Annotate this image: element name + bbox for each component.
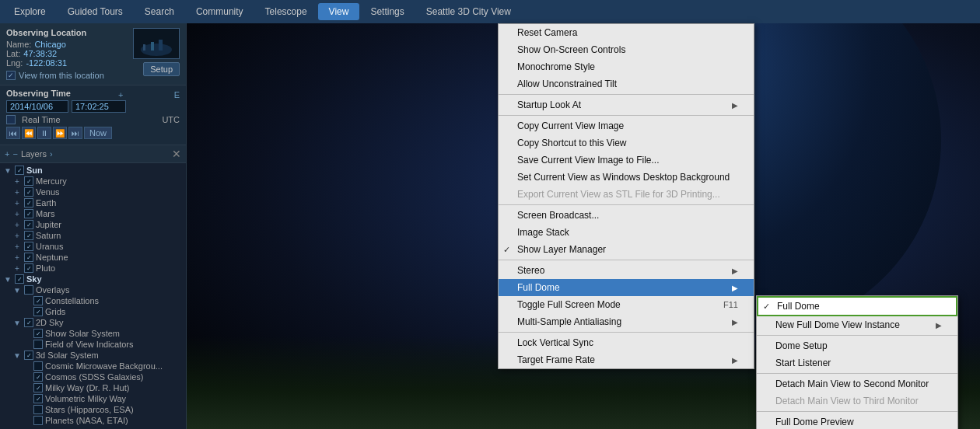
jupiter-checkbox[interactable]: ✓ xyxy=(24,220,33,229)
fov-checkbox[interactable] xyxy=(33,340,43,349)
tree-item-2dsky[interactable]: ▼ ✓ 2D Sky xyxy=(0,317,186,328)
mars-toggle[interactable]: + xyxy=(12,209,22,218)
tree-item-uranus[interactable]: + ✓ Uranus xyxy=(0,241,186,252)
sun-checkbox[interactable]: ✓ xyxy=(15,166,24,175)
menu-copy-current-view-image[interactable]: Copy Current View Image xyxy=(499,117,754,134)
tree-item-milkyway[interactable]: ✓ Milky Way (Dr. R. Hut) xyxy=(0,382,186,393)
menu-reset-camera[interactable]: Reset Camera xyxy=(499,24,754,41)
tree-item-vol-milkyway[interactable]: ✓ Volumetric Milky Way xyxy=(0,393,186,404)
submenu-start-listener[interactable]: Start Listener xyxy=(757,354,957,371)
menu-community[interactable]: Community xyxy=(185,3,254,20)
menu-screen-broadcast[interactable]: Screen Broadcast... xyxy=(499,207,754,224)
menu-show-onscreen-controls[interactable]: Show On-Screen Controls xyxy=(499,41,754,58)
remove-layer-icon[interactable]: − xyxy=(12,149,17,159)
saturn-checkbox[interactable]: ✓ xyxy=(24,231,33,240)
fov-toggle[interactable] xyxy=(22,340,31,349)
cosmos-toggle[interactable] xyxy=(22,372,31,382)
menu-search[interactable]: Search xyxy=(134,3,185,20)
menu-guided-tours[interactable]: Guided Tours xyxy=(57,3,134,20)
vmw-checkbox[interactable]: ✓ xyxy=(33,394,43,403)
show-solar-toggle[interactable] xyxy=(22,329,31,338)
tree-item-mars[interactable]: + ✓ Mars xyxy=(0,208,186,219)
mw-toggle[interactable] xyxy=(22,383,31,392)
cosmic-toggle[interactable] xyxy=(22,361,31,371)
const-toggle[interactable] xyxy=(22,296,31,305)
tree-item-sun[interactable]: ▼ ✓ Sun xyxy=(0,165,186,176)
mercury-checkbox[interactable]: ✓ xyxy=(24,176,33,186)
overlays-toggle[interactable]: ▼ xyxy=(12,285,22,295)
tree-item-stars[interactable]: Stars (Hipparcos, ESA) xyxy=(0,404,186,415)
mars-checkbox[interactable]: ✓ xyxy=(24,209,33,218)
vmw-toggle[interactable] xyxy=(22,394,31,403)
tree-item-earth[interactable]: + ✓ Earth xyxy=(0,197,186,208)
submenu-dome-setup[interactable]: Dome Setup xyxy=(757,337,957,354)
planets-toggle[interactable] xyxy=(22,416,31,425)
tree-item-venus[interactable]: + ✓ Venus xyxy=(0,187,186,197)
layers-expand[interactable]: › xyxy=(50,149,53,159)
submenu-detach-second-monitor[interactable]: Detach Main View to Second Monitor xyxy=(757,375,957,392)
cosmos-checkbox[interactable]: ✓ xyxy=(33,372,43,382)
planets-checkbox[interactable] xyxy=(33,416,43,425)
menu-monochrome-style[interactable]: Monochrome Style xyxy=(499,58,754,75)
sky-checkbox[interactable]: ✓ xyxy=(15,274,24,284)
submenu-new-full-dome-instance[interactable]: New Full Dome View Instance ▶ xyxy=(757,316,957,333)
time-forward[interactable]: ⏩ xyxy=(53,127,67,139)
menu-settings[interactable]: Settings xyxy=(359,3,415,20)
time-back-fast[interactable]: ⏮ xyxy=(6,127,20,139)
grids-toggle[interactable] xyxy=(22,307,31,316)
menu-seattle[interactable]: Seattle 3D City View xyxy=(415,3,522,20)
time-back[interactable]: ⏪ xyxy=(22,127,36,139)
pluto-toggle[interactable]: + xyxy=(12,263,22,273)
3dss-checkbox[interactable]: ✓ xyxy=(24,351,33,360)
time-forward-fast[interactable]: ⏭ xyxy=(68,127,82,139)
menu-set-desktop-bg[interactable]: Set Current View as Windows Desktop Back… xyxy=(499,169,754,186)
venus-toggle[interactable]: + xyxy=(12,187,22,197)
menu-full-dome[interactable]: Full Dome ▶ xyxy=(499,279,754,296)
submenu-full-dome-preview[interactable]: Full Dome Preview xyxy=(757,413,957,429)
menu-telescope[interactable]: Telescope xyxy=(254,3,318,20)
tree-item-sky[interactable]: ▼ ✓ Sky xyxy=(0,274,186,284)
setup-button[interactable]: Setup xyxy=(143,62,180,76)
venus-checkbox[interactable]: ✓ xyxy=(24,187,33,197)
tree-item-pluto[interactable]: + ✓ Pluto xyxy=(0,263,186,274)
sky-toggle[interactable]: ▼ xyxy=(3,274,12,284)
grids-checkbox[interactable]: ✓ xyxy=(33,307,43,316)
tree-item-3dsolarsystem[interactable]: ▼ ✓ 3d Solar System xyxy=(0,350,186,361)
menu-image-stack[interactable]: Image Stack xyxy=(499,224,754,241)
menu-show-layer-manager[interactable]: ✓ Show Layer Manager xyxy=(499,241,754,258)
tree-item-saturn[interactable]: + ✓ Saturn xyxy=(0,230,186,241)
const-checkbox[interactable]: ✓ xyxy=(33,296,43,305)
earth-checkbox[interactable]: ✓ xyxy=(24,198,33,208)
2dsky-checkbox[interactable]: ✓ xyxy=(24,318,33,327)
menu-save-view-image[interactable]: Save Current View Image to File... xyxy=(499,152,754,169)
2dsky-toggle[interactable]: ▼ xyxy=(12,318,22,327)
sun-toggle[interactable]: ▼ xyxy=(3,166,12,175)
stars-checkbox[interactable] xyxy=(33,405,43,414)
menu-stereo[interactable]: Stereo ▶ xyxy=(499,262,754,279)
menu-copy-shortcut[interactable]: Copy Shortcut to this View xyxy=(499,134,754,152)
time-pause[interactable]: ⏸ xyxy=(37,127,51,139)
neptune-checkbox[interactable]: ✓ xyxy=(24,253,33,262)
overlays-checkbox[interactable] xyxy=(24,285,33,295)
mercury-toggle[interactable]: + xyxy=(12,176,22,186)
neptune-toggle[interactable]: + xyxy=(12,253,22,262)
tree-item-overlays[interactable]: ▼ Overlays xyxy=(0,284,186,295)
tree-item-neptune[interactable]: + ✓ Neptune xyxy=(0,252,186,263)
3dss-toggle[interactable]: ▼ xyxy=(12,351,22,360)
tree-item-mercury[interactable]: + ✓ Mercury xyxy=(0,176,186,187)
uranus-checkbox[interactable]: ✓ xyxy=(24,242,33,251)
menu-antialiasing[interactable]: Multi-Sample Antialiasing ▶ xyxy=(499,313,754,330)
layers-close-btn[interactable]: ✕ xyxy=(172,148,181,160)
menu-explore[interactable]: Explore xyxy=(3,3,57,20)
tree-item-show-solar[interactable]: ✓ Show Solar System xyxy=(0,328,186,339)
tree-item-cosmos[interactable]: ✓ Cosmos (SDSS Galaxies) xyxy=(0,371,186,382)
tree-item-grids[interactable]: ✓ Grids xyxy=(0,306,186,317)
show-solar-checkbox[interactable]: ✓ xyxy=(33,329,43,338)
date-input[interactable] xyxy=(6,100,68,113)
time-extra-btn[interactable]: E xyxy=(174,90,180,99)
view-location-checkbox[interactable]: ✓ xyxy=(6,71,16,80)
submenu-full-dome[interactable]: ✓ Full Dome xyxy=(757,296,957,316)
realtime-checkbox[interactable] xyxy=(6,115,16,124)
uranus-toggle[interactable]: + xyxy=(12,242,22,251)
tree-item-fov[interactable]: Field of View Indicators xyxy=(0,339,186,350)
